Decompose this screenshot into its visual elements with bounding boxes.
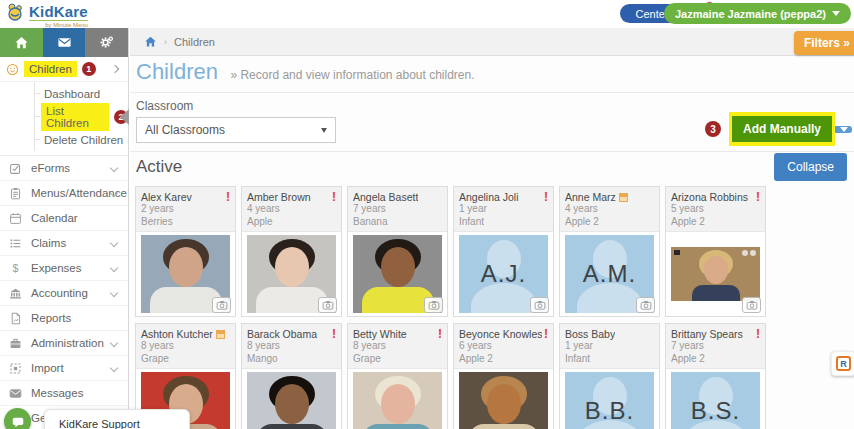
gear-icon <box>99 35 114 50</box>
sidebar-item-calendar[interactable]: Calendar <box>0 206 128 231</box>
child-card-alex-karev[interactable]: Alex Karev!2 yearsBerries <box>135 186 236 317</box>
sidebar: Children 1 DashboardList Children2Delete… <box>0 28 129 429</box>
child-card-anne-marz[interactable]: Anne Marz4 yearsApple 2A.M. <box>559 186 660 317</box>
photo-figure <box>487 384 521 424</box>
filters-tab[interactable]: Filters » <box>794 31 854 55</box>
chat-bubble-icon <box>11 415 25 429</box>
logo-title: KidKare <box>29 4 88 19</box>
camera-button[interactable] <box>636 297 655 313</box>
alert-exclamation-icon: ! <box>754 192 760 202</box>
sidebar-subitem-label: Dashboard <box>44 88 100 100</box>
classroom-select[interactable]: All Classrooms <box>136 117 336 143</box>
child-card-beyonce-knowles[interactable]: Beyonce Knowles!6 yearsApple 2 <box>453 323 554 429</box>
child-card-barack-obama[interactable]: Barack Obama!8 yearsMango <box>241 323 342 429</box>
add-manually-highlight: Add Manually <box>729 112 835 146</box>
support-chat-bubble[interactable] <box>4 408 31 429</box>
support-chat-label[interactable]: KidKare Support <box>44 409 190 429</box>
caret-down-icon <box>840 127 848 132</box>
child-card-betty-white[interactable]: Betty White!8 yearsGrape <box>347 323 448 429</box>
child-classroom: Grape <box>353 353 442 366</box>
child-classroom: Apple 2 <box>459 353 548 366</box>
camera-button[interactable] <box>742 297 761 313</box>
sidebar-home-button[interactable] <box>0 28 43 57</box>
chevron-right-icon <box>111 65 119 73</box>
alert-exclamation-icon: ! <box>542 329 548 339</box>
child-card-header: Brittany Spears!7 yearsApple 2 <box>666 324 765 369</box>
children-cards-row-2: Ashton Kutcher8 yearsGrapeBarack Obama!8… <box>135 323 854 429</box>
child-name: Arizona Robbins <box>671 191 748 203</box>
child-card-amber-brown[interactable]: Amber Brown!4 yearsApple <box>241 186 342 317</box>
camera-icon <box>746 299 758 311</box>
sidebar-item-children[interactable]: Children 1 <box>0 57 128 82</box>
sidebar-item-messages[interactable]: Messages <box>0 381 128 406</box>
photo-figure <box>692 285 740 301</box>
child-photo-image <box>671 247 760 301</box>
collapse-button[interactable]: Collapse <box>774 153 847 181</box>
sidebar-item-expenses[interactable]: $Expenses <box>0 256 128 281</box>
sidebar-item-administration[interactable]: Administration <box>0 331 128 356</box>
child-name: Angela Basett <box>353 191 418 203</box>
chevron-down-icon <box>110 239 118 247</box>
add-options-caret-button[interactable] <box>835 126 852 133</box>
sidebar-item-import[interactable]: Import <box>0 356 128 381</box>
sidebar-messages-button[interactable] <box>43 28 86 57</box>
child-classroom: Apple 2 <box>565 216 654 229</box>
child-photo: A.J. <box>454 232 553 316</box>
photo-placeholder: B.B. <box>565 372 654 429</box>
camera-button[interactable] <box>212 297 231 313</box>
child-card-angelina-joli[interactable]: Angelina Joli!1 yearInfantA.J. <box>453 186 554 317</box>
kidkare-logo[interactable]: KidKare by Minute Menu <box>5 1 88 28</box>
child-card-boss-baby[interactable]: Boss Baby1 yearInfantB.B. <box>559 323 660 429</box>
child-card-header: Angelina Joli!1 yearInfant <box>454 187 553 232</box>
child-age: 8 years <box>353 340 442 353</box>
logo-tagline: by Minute Menu <box>29 20 88 28</box>
user-menu[interactable]: Jazmaine Jazmaine (peppa2) <box>664 3 851 24</box>
video-control-icon <box>750 250 756 256</box>
sidebar-item-reports[interactable]: Reports <box>0 306 128 331</box>
photo-placeholder: B.S. <box>671 372 760 429</box>
photo-figure <box>275 247 309 287</box>
classroom-label: Classroom <box>136 99 854 113</box>
child-photo <box>454 369 553 429</box>
sidebar-item-eforms[interactable]: eForms <box>0 156 128 181</box>
sidebar-item-label: Messages <box>31 387 83 399</box>
list-icon <box>9 237 22 250</box>
sidebar-item-label: Reports <box>31 312 71 324</box>
photo-figure <box>256 287 328 313</box>
sidebar-subitem-delete-children[interactable]: Delete Children <box>34 128 128 151</box>
active-page-arrow-icon <box>120 109 129 125</box>
active-section-title: Active <box>136 157 182 177</box>
sidebar-item-menus-attendance[interactable]: Menus/Attendance <box>0 181 128 206</box>
sidebar-item-claims[interactable]: Claims <box>0 231 128 256</box>
page-subtitle: » Record and view information about chil… <box>230 68 474 82</box>
child-classroom: Mango <box>247 353 336 366</box>
alert-exclamation-icon: ! <box>330 329 336 339</box>
child-age: 7 years <box>671 340 760 353</box>
child-card-brittany-spears[interactable]: Brittany Spears!7 yearsApple 2B.S. <box>665 323 766 429</box>
camera-button[interactable] <box>530 297 549 313</box>
child-card-header: Ashton Kutcher8 yearsGrape <box>136 324 235 369</box>
child-photo <box>348 232 447 316</box>
child-initials: B.B. <box>565 372 654 429</box>
child-age: 8 years <box>141 340 230 353</box>
sidebar-subitem-label: List Children <box>41 103 109 131</box>
child-photo-image <box>459 372 548 429</box>
envelope-icon <box>57 35 72 50</box>
add-manually-button[interactable]: Add Manually <box>732 116 832 142</box>
camera-button[interactable] <box>424 297 443 313</box>
child-card-angela-basett[interactable]: Angela Basett7 yearsBanana <box>347 186 448 317</box>
browser-extension-button[interactable]: R <box>831 351 854 376</box>
sidebar-subitem-list-children[interactable]: List Children2 <box>34 105 128 128</box>
child-classroom: Berries <box>141 216 230 229</box>
child-photo-image <box>247 372 336 429</box>
camera-button[interactable] <box>318 297 337 313</box>
sidebar-item-label: eForms <box>31 162 70 174</box>
breadcrumb-home-icon[interactable] <box>144 35 157 48</box>
photo-figure <box>468 424 540 429</box>
sidebar-settings-button[interactable] <box>85 28 128 57</box>
child-card-arizona-robbins[interactable]: Arizona Robbins!5 yearsApple 2 <box>665 186 766 317</box>
sidebar-item-accounting[interactable]: Accounting <box>0 281 128 306</box>
alert-exclamation-icon: ! <box>330 192 336 202</box>
child-name: Betty White <box>353 328 407 340</box>
top-bar: KidKare by Minute Menu Center 2 Jazmaine… <box>0 0 854 28</box>
